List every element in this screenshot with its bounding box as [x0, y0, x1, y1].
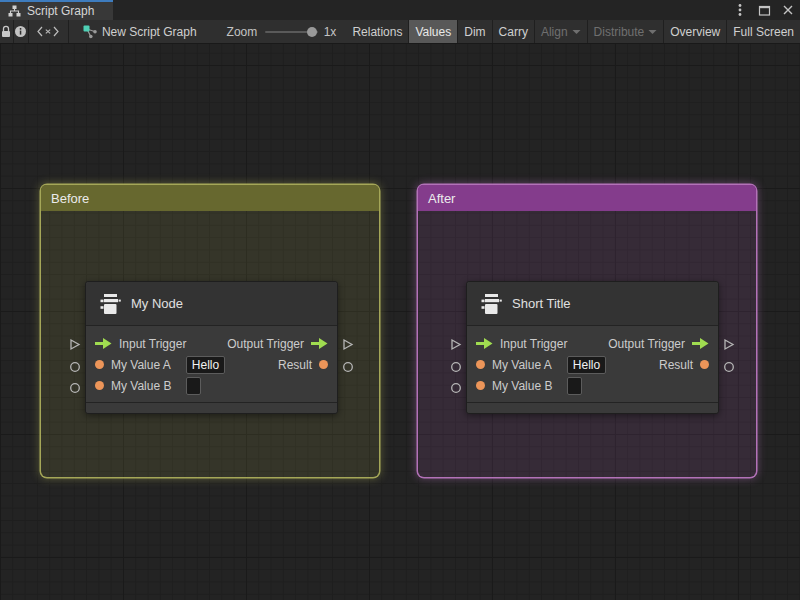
value-port-dot-icon	[95, 360, 104, 369]
toolbar-toggle-group: Relations Values Dim Carry Align Distrib…	[346, 20, 800, 43]
output-trigger-port[interactable]: Output Trigger	[608, 337, 709, 351]
relations-button[interactable]: Relations	[346, 20, 408, 43]
overview-button[interactable]: Overview	[664, 20, 726, 43]
value-a-port[interactable]: My Value A Hello	[95, 356, 225, 374]
result-port[interactable]: Result	[659, 358, 709, 372]
port-row-value-b: My Value B	[467, 375, 718, 396]
input-trigger-label: Input Trigger	[119, 337, 186, 351]
full-screen-button[interactable]: Full Screen	[727, 20, 800, 43]
toolbar-separator	[68, 20, 69, 43]
value-b-label: My Value B	[492, 379, 552, 393]
flow-arrow-icon	[95, 338, 112, 349]
output-trigger-label: Output Trigger	[227, 337, 304, 351]
external-result-port[interactable]	[723, 359, 735, 372]
value-port-circle-icon	[450, 382, 462, 394]
flow-port-triangle-icon	[69, 338, 81, 351]
group-before-title: Before	[51, 191, 89, 206]
external-value-port-b[interactable]	[69, 380, 81, 393]
group-before-header[interactable]: Before	[41, 185, 379, 211]
value-a-port[interactable]: My Value A Hello	[476, 356, 606, 374]
code-view-button[interactable]	[28, 20, 68, 43]
zoom-slider-handle[interactable]	[307, 27, 317, 37]
zoom-slider[interactable]	[265, 20, 317, 43]
value-b-port[interactable]: My Value B	[95, 377, 201, 395]
external-value-port-a[interactable]	[450, 359, 462, 372]
group-after-header[interactable]: After	[418, 185, 756, 211]
graph-toolbar: New Script Graph Zoom 1x Relations Value…	[0, 20, 800, 44]
value-a-field[interactable]: Hello	[567, 356, 606, 374]
values-button[interactable]: Values	[409, 20, 457, 43]
input-trigger-port[interactable]: Input Trigger	[95, 337, 186, 351]
window-controls	[732, 0, 796, 20]
script-graph-window: Script Graph	[0, 0, 800, 600]
value-b-field[interactable]	[567, 377, 582, 395]
graph-canvas[interactable]: Before After	[0, 44, 800, 600]
node-header[interactable]: Short Title	[467, 282, 718, 326]
result-label: Result	[659, 358, 693, 372]
node-title: Short Title	[512, 296, 571, 311]
port-row-trigger: Input Trigger Output Trigger	[86, 333, 337, 354]
node-body-container[interactable]: My Node Input Trigger Output Trigger	[85, 281, 338, 414]
output-trigger-label: Output Trigger	[608, 337, 685, 351]
value-port-dot-icon	[476, 360, 485, 369]
value-port-dot-icon	[700, 360, 709, 369]
new-graph-icon	[83, 25, 98, 39]
value-port-dot-icon	[319, 360, 328, 369]
new-script-graph-button[interactable]: New Script Graph	[77, 20, 203, 43]
value-a-field[interactable]: Hello	[186, 356, 225, 374]
maximize-button[interactable]	[756, 2, 772, 18]
output-trigger-port[interactable]: Output Trigger	[227, 337, 328, 351]
external-input-flow-port[interactable]	[69, 337, 81, 350]
value-b-port[interactable]: My Value B	[476, 377, 582, 395]
value-a-label: My Value A	[111, 358, 171, 372]
carry-button[interactable]: Carry	[493, 20, 534, 43]
node-header[interactable]: My Node	[86, 282, 337, 326]
value-b-field[interactable]	[186, 377, 201, 395]
value-port-circle-icon	[69, 361, 81, 373]
overview-label: Overview	[670, 25, 720, 39]
code-icon	[37, 26, 59, 37]
node-footer	[86, 402, 337, 413]
port-row-trigger: Input Trigger Output Trigger	[467, 333, 718, 354]
node-ports: Input Trigger Output Trigger My Value A …	[467, 326, 718, 402]
flow-arrow-icon	[311, 338, 328, 349]
value-a-label: My Value A	[492, 358, 552, 372]
value-port-circle-icon	[723, 361, 735, 373]
external-output-flow-port[interactable]	[342, 337, 354, 350]
value-port-dot-icon	[476, 381, 485, 390]
external-result-port[interactable]	[342, 359, 354, 372]
node-my-node[interactable]: My Node Input Trigger Output Trigger	[85, 281, 338, 414]
new-script-graph-label: New Script Graph	[102, 25, 197, 39]
node-title: My Node	[131, 296, 183, 311]
tab-script-graph[interactable]: Script Graph	[0, 0, 113, 20]
external-value-port-b[interactable]	[450, 380, 462, 393]
graph-icon	[8, 5, 21, 17]
external-input-flow-port[interactable]	[450, 337, 462, 350]
chevron-down-icon	[572, 29, 581, 35]
distribute-dropdown[interactable]: Distribute	[588, 20, 664, 43]
node-body-container[interactable]: Short Title Input Trigger Output Trigger	[466, 281, 719, 414]
external-output-flow-port[interactable]	[723, 337, 735, 350]
dim-button[interactable]: Dim	[458, 20, 491, 43]
group-after-title: After	[428, 191, 455, 206]
node-short-title[interactable]: Short Title Input Trigger Output Trigger	[466, 281, 719, 414]
input-trigger-port[interactable]: Input Trigger	[476, 337, 567, 351]
lock-button[interactable]	[0, 20, 13, 43]
menu-button[interactable]	[732, 2, 748, 18]
close-button[interactable]	[780, 2, 796, 18]
result-port[interactable]: Result	[278, 358, 328, 372]
unit-node-icon	[477, 291, 503, 317]
port-row-value-b: My Value B	[86, 375, 337, 396]
external-value-port-a[interactable]	[69, 359, 81, 372]
align-dropdown[interactable]: Align	[535, 20, 587, 43]
values-label: Values	[415, 25, 451, 39]
info-button[interactable]	[13, 20, 28, 43]
lock-icon	[0, 25, 12, 38]
value-port-circle-icon	[342, 361, 354, 373]
dim-label: Dim	[464, 25, 485, 39]
port-row-value-a: My Value A Hello Result	[467, 354, 718, 375]
chevron-down-icon	[648, 29, 657, 35]
flow-arrow-icon	[692, 338, 709, 349]
node-ports: Input Trigger Output Trigger My Value A …	[86, 326, 337, 402]
tab-title: Script Graph	[27, 4, 94, 18]
